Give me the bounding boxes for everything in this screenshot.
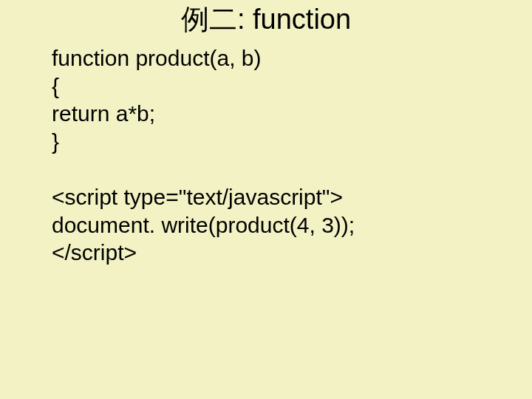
code-line: document. write(product(4, 3));	[52, 211, 488, 239]
code-line: function product(a, b)	[52, 44, 488, 72]
blank-line	[52, 155, 488, 183]
code-line: </script>	[52, 239, 488, 267]
code-line: }	[52, 128, 488, 156]
code-line: <script type="text/javascript">	[52, 183, 488, 211]
slide-title: 例二: function	[0, 4, 532, 35]
code-block: function product(a, b) { return a*b; } <…	[52, 44, 488, 267]
code-line: return a*b;	[52, 100, 488, 128]
code-line: {	[52, 72, 488, 100]
slide: 例二: function function product(a, b) { re…	[0, 0, 532, 399]
